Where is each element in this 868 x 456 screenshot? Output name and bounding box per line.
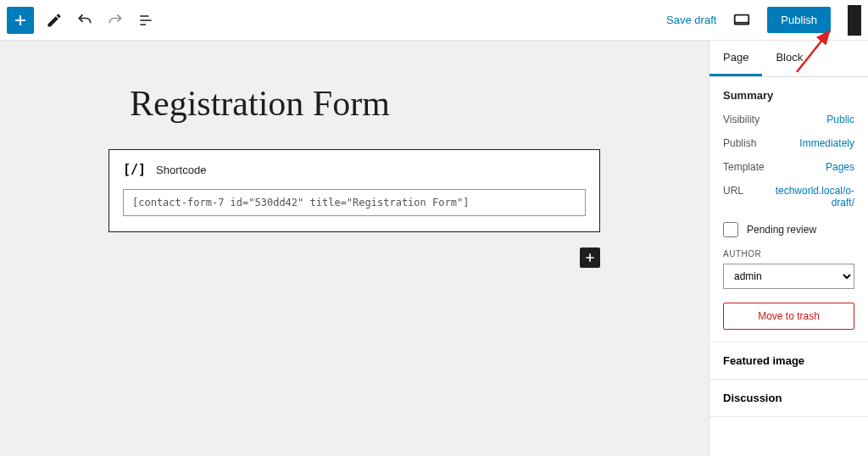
visibility-value[interactable]: Public [826, 114, 854, 125]
featured-image-panel[interactable]: Featured image [709, 342, 868, 380]
pending-review-label: Pending review [747, 224, 816, 236]
summary-title: Summary [723, 89, 854, 102]
url-row: URL techworld.local/o-draft/ [723, 185, 854, 209]
shortcode-header: [/] Shortcode [123, 162, 586, 177]
add-block-button[interactable] [580, 247, 600, 268]
plus-icon [583, 251, 597, 264]
settings-sidebar: Page Block Summary Visibility Public Pub… [709, 41, 868, 456]
undo-icon [76, 12, 93, 29]
redo-icon [107, 12, 124, 29]
shortcode-block[interactable]: [/] Shortcode [108, 149, 600, 232]
edit-tool-button[interactable] [44, 10, 64, 31]
template-value[interactable]: Pages [826, 161, 854, 173]
author-select[interactable]: admin [723, 264, 854, 289]
add-block-below [108, 247, 600, 268]
editor-canvas[interactable]: Registration Form [/] Shortcode [0, 41, 709, 456]
shortcode-input[interactable] [123, 189, 586, 216]
desktop-icon [732, 11, 751, 30]
template-row: Template Pages [723, 161, 854, 173]
tab-block[interactable]: Block [762, 41, 816, 76]
settings-toggle-button[interactable] [848, 5, 861, 36]
move-to-trash-button[interactable]: Move to trash [723, 303, 854, 330]
editor-toolbar: Save draft Publish [0, 0, 868, 41]
document-overview-button[interactable] [136, 10, 156, 31]
pending-review-row[interactable]: Pending review [723, 222, 854, 237]
publish-value[interactable]: Immediately [799, 137, 854, 149]
tab-page[interactable]: Page [709, 41, 762, 76]
preview-button[interactable] [728, 7, 755, 34]
url-label: URL [723, 185, 743, 209]
block-inserter-button[interactable] [7, 7, 34, 34]
discussion-panel[interactable]: Discussion [709, 380, 868, 417]
publish-label: Publish [723, 137, 756, 149]
plus-icon [12, 12, 29, 29]
save-draft-link[interactable]: Save draft [666, 14, 716, 26]
visibility-label: Visibility [723, 114, 760, 125]
publish-button[interactable]: Publish [767, 7, 831, 33]
publish-row: Publish Immediately [723, 137, 854, 149]
author-heading: AUTHOR [723, 249, 854, 259]
sidebar-tabs: Page Block [709, 41, 868, 77]
pending-review-checkbox[interactable] [723, 222, 738, 237]
page-title[interactable]: Registration Form [108, 83, 600, 124]
list-icon [137, 12, 154, 29]
toolbar-right: Save draft Publish [666, 5, 861, 36]
summary-panel: Summary Visibility Public Publish Immedi… [709, 77, 868, 342]
undo-button[interactable] [75, 10, 95, 31]
shortcode-label: Shortcode [156, 164, 206, 176]
main-layout: Registration Form [/] Shortcode Page Blo… [0, 41, 868, 456]
template-label: Template [723, 161, 765, 173]
redo-button[interactable] [105, 10, 125, 31]
url-value[interactable]: techworld.local/o-draft/ [770, 185, 854, 209]
page-content: Registration Form [/] Shortcode [108, 83, 600, 268]
shortcode-icon: [/] [123, 162, 146, 177]
visibility-row: Visibility Public [723, 114, 854, 125]
toolbar-left [7, 7, 156, 34]
pencil-icon [46, 12, 63, 29]
